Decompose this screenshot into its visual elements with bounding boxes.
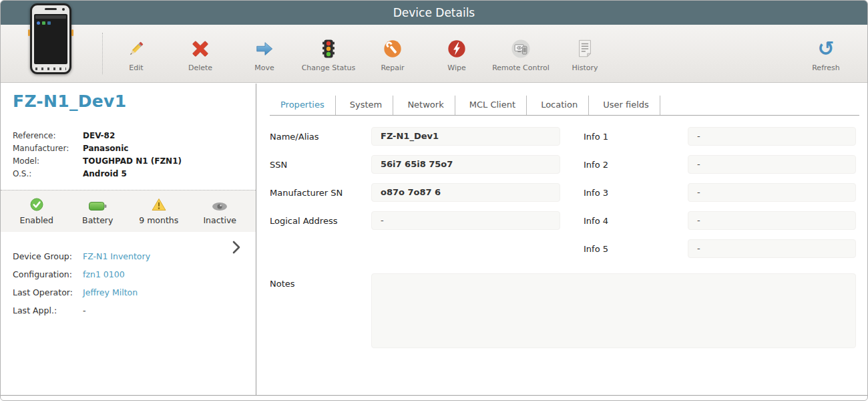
ssn-field: 56i7 65i8 75o7 — [371, 155, 560, 174]
phone-camera-dot — [62, 8, 65, 11]
info4-row: Info 4 - — [584, 211, 856, 230]
logical-address-row: Logical Address - — [270, 211, 560, 230]
status-warranty[interactable]: 9 months — [128, 190, 190, 232]
history-button[interactable]: History — [553, 25, 617, 82]
delete-button[interactable]: Delete — [168, 25, 232, 82]
phone-earpiece — [45, 8, 57, 10]
tab-location[interactable]: Location — [530, 96, 589, 115]
toolbar-items: Edit Delete — [104, 25, 617, 82]
device-details-list: Reference: DEV-82 Manufacturer: Panasoni… — [13, 129, 249, 180]
check-circle-icon — [30, 198, 43, 211]
toolbar-divider — [102, 33, 103, 74]
remote-control-button-label: Remote Control — [492, 63, 550, 72]
detail-row-model: Model: TOUGHPAD N1 (FZN1) — [13, 154, 249, 167]
refresh-button-label: Refresh — [812, 63, 840, 72]
wipe-button-label: Wipe — [447, 63, 465, 72]
info5-field: - — [688, 239, 856, 258]
page-title: Device Details — [393, 6, 475, 19]
status-strip: Enabled Battery — [1, 190, 256, 232]
refresh-icon: ↺ — [817, 37, 834, 60]
repair-button[interactable]: Repair — [361, 25, 425, 82]
change-status-button[interactable]: Change Status — [296, 25, 361, 82]
tab-mcl-client[interactable]: MCL Client — [459, 96, 527, 115]
configuration-row[interactable]: Configuration: fzn1 0100 — [13, 265, 248, 283]
info1-field: - — [688, 127, 856, 146]
last-appl-row: Last Appl.: - — [13, 301, 248, 319]
last-operator-link[interactable]: Jeffrey Milton — [83, 287, 138, 297]
properties-left-column: Name/Alias FZ-N1_Dev1 SSN 56i7 65i8 75o7… — [270, 127, 560, 239]
tab-system[interactable]: System — [339, 96, 393, 115]
eye-icon — [212, 198, 228, 211]
move-button-label: Move — [254, 63, 274, 72]
device-links-list: Device Group: FZ-N1 Inventory Configurat… — [13, 247, 248, 319]
device-summary-panel: FZ-N1_Dev1 Reference: DEV-82 Manufacture… — [1, 84, 256, 395]
tab-user-fields[interactable]: User fields — [592, 96, 660, 115]
info4-field: - — [688, 211, 856, 230]
manufacturer-sn-row: Manufacturer SN o87o 7o87 6 — [270, 183, 560, 202]
ssn-row: SSN 56i7 65i8 75o7 — [270, 155, 560, 174]
detail-row-os: O.S.: Android 5 — [13, 167, 249, 180]
delete-button-label: Delete — [188, 63, 212, 72]
device-photo — [30, 3, 71, 74]
traffic-light-icon — [318, 37, 339, 60]
name-alias-row: Name/Alias FZ-N1_Dev1 — [270, 127, 560, 146]
tab-properties[interactable]: Properties — [270, 96, 336, 115]
tab-network[interactable]: Network — [397, 96, 455, 115]
phone-screen — [34, 14, 67, 64]
remote-control-button[interactable]: Remote Control — [489, 25, 553, 82]
history-button-label: History — [572, 63, 598, 72]
wipe-button[interactable]: Wipe — [425, 25, 489, 82]
status-enabled[interactable]: Enabled — [6, 190, 67, 232]
device-group-link[interactable]: FZ-N1 Inventory — [83, 251, 150, 261]
device-group-row[interactable]: Device Group: FZ-N1 Inventory — [13, 247, 248, 265]
notes-row: Notes — [270, 273, 856, 348]
info5-row: Info 5 - — [584, 239, 856, 258]
configuration-link[interactable]: fzn1 0100 — [83, 269, 125, 279]
titlebar: Device Details — [1, 1, 867, 25]
pencil-icon — [126, 37, 146, 60]
info2-row: Info 2 - — [584, 155, 856, 174]
notes-textarea[interactable] — [371, 273, 856, 348]
monitor-phone-icon — [511, 37, 531, 60]
tab-bar: Properties System Network MCL Client Loc… — [270, 96, 859, 116]
lightning-icon — [447, 37, 467, 60]
info3-row: Info 3 - — [584, 183, 856, 202]
wrench-icon — [383, 37, 403, 60]
red-x-icon — [190, 37, 210, 60]
name-alias-field: FZ-N1_Dev1 — [371, 127, 560, 146]
battery-icon — [89, 198, 107, 211]
device-details-window: Device Details — [0, 0, 868, 401]
info3-field: - — [688, 183, 856, 202]
document-icon — [575, 37, 595, 60]
status-battery[interactable]: Battery — [67, 190, 129, 232]
info1-row: Info 1 - — [584, 127, 856, 146]
chevron-right-icon[interactable] — [232, 240, 241, 257]
edit-button[interactable]: Edit — [104, 25, 168, 82]
logical-address-field: - — [371, 211, 560, 230]
device-properties-panel: Properties System Network MCL Client Loc… — [257, 84, 867, 395]
status-activity[interactable]: Inactive — [190, 190, 251, 232]
toolbar: Edit Delete — [1, 25, 867, 83]
change-status-button-label: Change Status — [302, 63, 356, 72]
device-name: FZ-N1_Dev1 — [13, 92, 126, 111]
manufacturer-sn-field: o87o 7o87 6 — [371, 183, 560, 202]
phone-app-desktop-bar — [35, 15, 66, 19]
blue-arrow-icon — [254, 37, 274, 60]
phone-keys — [35, 68, 66, 70]
info2-field: - — [688, 155, 856, 174]
refresh-button[interactable]: ↺ Refresh — [794, 25, 858, 82]
properties-right-column: Info 1 - Info 2 - Info 3 - Info 4 - Info… — [584, 127, 856, 267]
warning-triangle-icon — [152, 198, 166, 211]
detail-row-manufacturer: Manufacturer: Panasonic — [13, 142, 249, 154]
last-operator-row[interactable]: Last Operator: Jeffrey Milton — [13, 283, 248, 301]
edit-button-label: Edit — [129, 63, 143, 72]
phone-app-icons — [37, 21, 67, 25]
move-button[interactable]: Move — [232, 25, 296, 82]
repair-button-label: Repair — [381, 63, 404, 72]
detail-row-reference: Reference: DEV-82 — [13, 129, 249, 142]
bottom-divider — [1, 395, 867, 396]
content-area: FZ-N1_Dev1 Reference: DEV-82 Manufacture… — [1, 84, 867, 395]
